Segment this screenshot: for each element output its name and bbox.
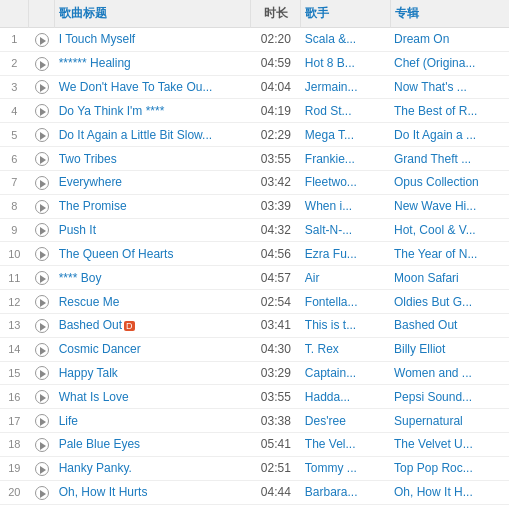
- song-artist[interactable]: Fleetwo...: [301, 170, 390, 194]
- song-album[interactable]: Hot, Cool & V...: [390, 218, 509, 242]
- song-artist[interactable]: Barbara...: [301, 480, 390, 504]
- play-button[interactable]: [29, 409, 55, 433]
- song-album[interactable]: Supernatural: [390, 409, 509, 433]
- song-album[interactable]: Opus Collection: [390, 170, 509, 194]
- song-album[interactable]: The Velvet U...: [390, 433, 509, 457]
- play-button[interactable]: [29, 337, 55, 361]
- play-button[interactable]: [29, 266, 55, 290]
- song-album[interactable]: Do It Again a ...: [390, 123, 509, 147]
- play-icon[interactable]: [35, 414, 49, 428]
- song-title[interactable]: The Promise: [55, 194, 251, 218]
- song-title[interactable]: Life: [55, 409, 251, 433]
- play-button[interactable]: [29, 147, 55, 171]
- play-icon[interactable]: [35, 486, 49, 500]
- song-artist[interactable]: Wang C...: [301, 504, 390, 509]
- song-title[interactable]: Happy Talk: [55, 361, 251, 385]
- song-artist[interactable]: Captain...: [301, 361, 390, 385]
- play-icon[interactable]: [35, 438, 49, 452]
- play-icon[interactable]: [35, 200, 49, 214]
- play-icon[interactable]: [35, 33, 49, 47]
- song-artist[interactable]: Des'ree: [301, 409, 390, 433]
- song-title[interactable]: We Don't Have To Take Ou...: [55, 75, 251, 99]
- song-title[interactable]: Push It: [55, 218, 251, 242]
- song-title[interactable]: Do Ya Think I'm ****: [55, 99, 251, 123]
- play-icon[interactable]: [35, 128, 49, 142]
- song-title[interactable]: The Queen Of Hearts: [55, 242, 251, 266]
- play-button[interactable]: [29, 313, 55, 337]
- song-title[interactable]: ****** Healing: [55, 51, 251, 75]
- play-button[interactable]: [29, 385, 55, 409]
- play-icon[interactable]: [35, 176, 49, 190]
- song-title[interactable]: Bashed OutD: [55, 313, 251, 337]
- play-icon[interactable]: [35, 104, 49, 118]
- song-artist[interactable]: Hot 8 B...: [301, 51, 390, 75]
- song-artist[interactable]: Jermain...: [301, 75, 390, 99]
- play-icon[interactable]: [35, 57, 49, 71]
- song-album[interactable]: The Best of R...: [390, 99, 509, 123]
- song-artist[interactable]: Salt-N-...: [301, 218, 390, 242]
- song-album[interactable]: Billy Elliot: [390, 337, 509, 361]
- song-album[interactable]: The Year of N...: [390, 242, 509, 266]
- play-icon[interactable]: [35, 271, 49, 285]
- song-title[interactable]: Everywhere: [55, 170, 251, 194]
- song-album[interactable]: Moon Safari: [390, 266, 509, 290]
- play-button[interactable]: [29, 242, 55, 266]
- play-button[interactable]: [29, 480, 55, 504]
- song-artist[interactable]: Fontella...: [301, 290, 390, 314]
- song-album[interactable]: Oh, How It H...: [390, 480, 509, 504]
- play-button[interactable]: [29, 218, 55, 242]
- play-icon[interactable]: [35, 247, 49, 261]
- song-artist[interactable]: Ezra Fu...: [301, 242, 390, 266]
- song-album[interactable]: Dream On: [390, 28, 509, 52]
- song-artist[interactable]: Air: [301, 266, 390, 290]
- song-album[interactable]: New Wave Hi...: [390, 194, 509, 218]
- song-album[interactable]: Top Pop Roc...: [390, 456, 509, 480]
- song-title[interactable]: Dance Hall Days: [55, 504, 251, 509]
- play-button[interactable]: [29, 290, 55, 314]
- play-button[interactable]: [29, 99, 55, 123]
- play-icon[interactable]: [35, 462, 49, 476]
- play-icon[interactable]: [35, 319, 49, 333]
- play-icon[interactable]: [35, 80, 49, 94]
- song-album[interactable]: Women and ...: [390, 361, 509, 385]
- song-artist[interactable]: T. Rex: [301, 337, 390, 361]
- play-icon[interactable]: [35, 390, 49, 404]
- play-button[interactable]: [29, 75, 55, 99]
- song-artist[interactable]: This is t...: [301, 313, 390, 337]
- song-title[interactable]: Two Tribes: [55, 147, 251, 171]
- play-icon[interactable]: [35, 152, 49, 166]
- play-icon[interactable]: [35, 295, 49, 309]
- song-title[interactable]: Do It Again a Little Bit Slow...: [55, 123, 251, 147]
- song-artist[interactable]: Mega T...: [301, 123, 390, 147]
- song-artist[interactable]: Scala &...: [301, 28, 390, 52]
- song-album[interactable]: Now That's ...: [390, 75, 509, 99]
- song-album[interactable]: Grand Theft ...: [390, 147, 509, 171]
- song-title[interactable]: Cosmic Dancer: [55, 337, 251, 361]
- song-title[interactable]: Oh, How It Hurts: [55, 480, 251, 504]
- song-title[interactable]: What Is Love: [55, 385, 251, 409]
- play-button[interactable]: [29, 51, 55, 75]
- song-title[interactable]: **** Boy: [55, 266, 251, 290]
- song-artist[interactable]: The Vel...: [301, 433, 390, 457]
- song-title[interactable]: I Touch Myself: [55, 28, 251, 52]
- song-artist[interactable]: When i...: [301, 194, 390, 218]
- song-artist[interactable]: Frankie...: [301, 147, 390, 171]
- play-button[interactable]: [29, 504, 55, 509]
- song-album[interactable]: Chef (Origina...: [390, 51, 509, 75]
- play-button[interactable]: [29, 170, 55, 194]
- play-button[interactable]: [29, 361, 55, 385]
- play-button[interactable]: [29, 123, 55, 147]
- song-title[interactable]: Hanky Panky.: [55, 456, 251, 480]
- song-artist[interactable]: Rod St...: [301, 99, 390, 123]
- play-button[interactable]: [29, 28, 55, 52]
- song-album[interactable]: Bashed Out: [390, 313, 509, 337]
- song-artist[interactable]: Tommy ...: [301, 456, 390, 480]
- play-button[interactable]: [29, 456, 55, 480]
- song-album[interactable]: Points...: [390, 504, 509, 509]
- song-album[interactable]: Oldies But G...: [390, 290, 509, 314]
- play-button[interactable]: [29, 194, 55, 218]
- song-title[interactable]: Rescue Me: [55, 290, 251, 314]
- song-artist[interactable]: Hadda...: [301, 385, 390, 409]
- play-icon[interactable]: [35, 366, 49, 380]
- play-icon[interactable]: [35, 223, 49, 237]
